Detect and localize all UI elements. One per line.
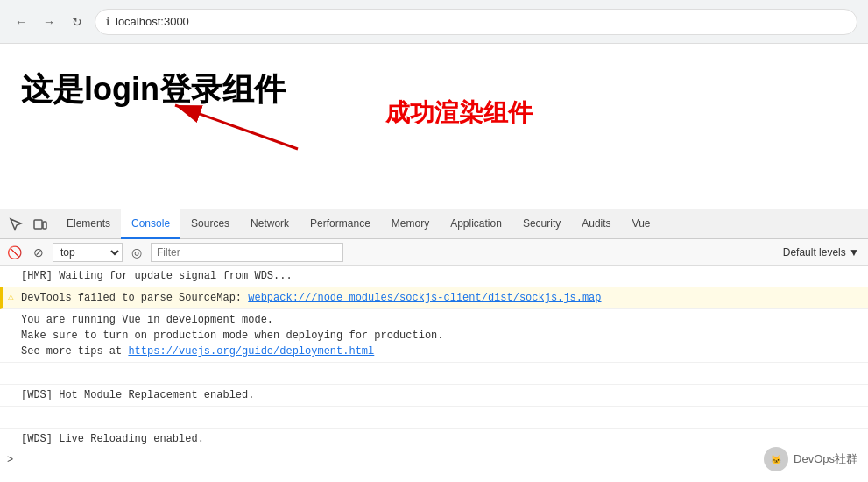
inspect-element-button[interactable] [4, 212, 28, 237]
console-line: [HMR] Waiting for update signal from WDS… [0, 266, 868, 287]
sourcemap-link[interactable]: webpack:///node_modules/sockjs-client/di… [248, 292, 601, 304]
filter-input[interactable] [151, 243, 343, 262]
url-text: localhost:3000 [116, 15, 189, 28]
page-content: 这是login登录组件 成功渲染组件 [0, 44, 868, 209]
clear-console-button[interactable]: 🚫 [4, 242, 25, 263]
console-line [0, 407, 868, 429]
tab-application[interactable]: Application [440, 209, 512, 239]
console-line: You are running Vue in development mode.… [0, 309, 868, 363]
svg-rect-3 [43, 222, 46, 229]
forward-button[interactable]: → [39, 11, 60, 32]
address-bar[interactable]: ℹ localhost:3000 [95, 9, 857, 35]
default-levels-select[interactable]: Default levels ▼ [778, 246, 864, 259]
success-label: 成功渲染组件 [385, 96, 533, 130]
tab-performance[interactable]: Performance [300, 209, 381, 239]
watermark-icon: 🐱 [764, 447, 788, 471]
tab-elements[interactable]: Elements [56, 209, 121, 239]
device-toolbar-button[interactable] [28, 212, 53, 237]
console-line-warning: DevTools failed to parse SourceMap: webp… [0, 287, 868, 309]
prompt-arrow-icon: > [7, 454, 13, 466]
reload-button[interactable]: ↻ [67, 11, 88, 32]
tab-sources[interactable]: Sources [180, 209, 240, 239]
devtools-panel: Elements Console Sources Network Perform… [0, 209, 868, 482]
console-output: [HMR] Waiting for update signal from WDS… [0, 266, 868, 482]
console-line-wds-hmr: [WDS] Hot Module Replacement enabled. [0, 385, 868, 407]
deployment-link[interactable]: https://vuejs.org/guide/deployment.html [128, 345, 374, 358]
browser-chrome: ← → ↻ ℹ localhost:3000 [0, 0, 868, 44]
console-toolbar: 🚫 ⊘ top ◎ Default levels ▼ [0, 239, 868, 266]
arrow-icon [140, 92, 315, 162]
console-line [0, 363, 868, 385]
svg-rect-2 [34, 220, 42, 229]
console-line-wds-reload: [WDS] Live Reloading enabled. [0, 429, 868, 450]
eye-icon[interactable]: ◎ [126, 242, 147, 263]
watermark: 🐱 DevOps社群 [764, 447, 857, 471]
tab-network[interactable]: Network [240, 209, 300, 239]
console-prompt[interactable]: > [0, 450, 868, 470]
tab-memory[interactable]: Memory [381, 209, 440, 239]
tab-security[interactable]: Security [512, 209, 571, 239]
context-select[interactable]: top [53, 243, 123, 262]
tab-vue[interactable]: Vue [622, 209, 661, 239]
filter-toggle-button[interactable]: ⊘ [28, 242, 49, 263]
tab-audits[interactable]: Audits [571, 209, 621, 239]
devtools-tab-bar: Elements Console Sources Network Perform… [0, 209, 868, 239]
watermark-text: DevOps社群 [794, 451, 857, 467]
back-button[interactable]: ← [11, 11, 32, 32]
svg-line-1 [175, 105, 298, 149]
tab-console[interactable]: Console [121, 209, 180, 239]
